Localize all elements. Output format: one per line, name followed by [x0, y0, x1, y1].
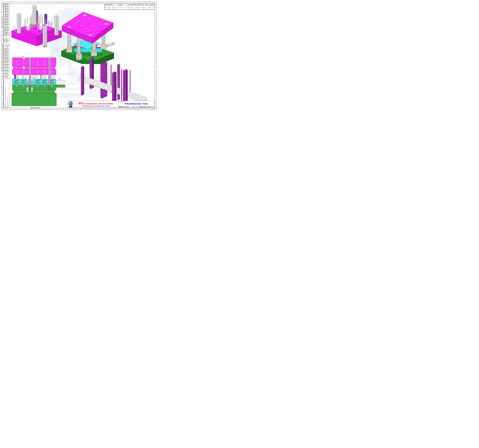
border-number-cell: 36: [136, 2, 140, 4]
border-letter-cell: Q: [155, 40, 157, 44]
border-letter-cell: M: [155, 56, 157, 60]
tol-upto-cell: 6: [5, 68, 7, 71]
roughness-value: 0.025: [8, 33, 8, 35]
roughness-value: 0.4: [8, 23, 8, 24]
border-number-cell: 32: [120, 108, 124, 110]
n-grade-label: N6: [6, 20, 7, 21]
border-number-cell: 24: [90, 108, 94, 110]
border-number-cell: 38: [143, 108, 147, 110]
border-number-cell: 6: [22, 2, 26, 4]
border-letter-cell: L: [155, 60, 157, 64]
tol-label-text: OVER: [4, 73, 5, 74]
tol-value-cell: ± 0.1: [7, 68, 9, 71]
border-number-cell: 15: [56, 108, 60, 110]
tol-upto-cell-text: 6: [6, 69, 7, 69]
border-number-cell: 29: [109, 108, 113, 110]
apj-globe-logo-icon: APJ: [68, 101, 73, 107]
border-number-cell: 11: [41, 2, 45, 4]
border-letter: O: [155, 49, 156, 50]
die-backing-section: [13, 90, 55, 93]
n-grade-label: N5: [6, 23, 7, 24]
roughness-header-cell: ROUGHNESS VALUE R a µm: [6, 35, 9, 46]
quad-triangle-symbol: [3, 27, 5, 35]
revision-empty-cell: [143, 6, 149, 8]
border-number-cell: 6: [22, 108, 26, 110]
roughness-value-cell: 0.8: [7, 20, 9, 22]
tol-over-cell-text: 120: [4, 59, 5, 60]
revision-empty-cell: [113, 6, 128, 8]
roughness-value-cell: 3.2: [7, 14, 9, 17]
tol-over-cell-text: 6: [4, 66, 5, 66]
border-letter-cell: O: [155, 48, 157, 52]
left-vertical-title: SURFACE FINISH SYMBOLS: [2, 16, 3, 28]
border-letter: G: [155, 81, 156, 82]
revision-header-cell: APPD BY: [138, 4, 143, 6]
general-note-text: DO NOT SCALE THIS DRAWING IF IN DOUBT AS…: [5, 86, 6, 107]
border-number-cell: 19: [71, 108, 75, 110]
border-number-cell: 17: [64, 2, 67, 4]
border-letter-cell: N: [155, 52, 157, 56]
border-number-cell: 40: [151, 108, 154, 110]
n-grade-cell: N8: [5, 14, 7, 17]
border-letter-cell: U: [155, 24, 157, 28]
border-letter: K: [155, 66, 156, 66]
symbol-cell: [3, 12, 5, 20]
tol-label-cell: UP TO & INCL.: [5, 71, 7, 76]
border-number-cell: 5: [18, 108, 22, 110]
tol-label-cell: TOLERANCE: [7, 71, 9, 79]
revision-header-cell: AREA: [143, 4, 149, 6]
border-number-cell: 15: [56, 2, 60, 4]
border-number-cell: 3: [11, 2, 14, 4]
tol-over-cell: [3, 68, 5, 71]
revision-empty-cell: [105, 6, 109, 8]
border-number-cell: 10: [37, 2, 41, 4]
roughness-value-cell: 25: [7, 7, 9, 9]
border-letter: H: [2, 77, 3, 78]
tolerance-table: >4000± 3.020004000± 2.010002000± 1.23151…: [3, 46, 9, 79]
revision-empty-cell: [105, 8, 109, 10]
revision-value-cell: A: [152, 106, 154, 108]
border-letter-cell: Y: [155, 8, 157, 12]
border-number-cell: 4: [15, 2, 18, 4]
border-letter-cell: Z: [155, 4, 157, 8]
border-number-cell: 26: [98, 2, 101, 4]
tol-upto-cell-text: 30: [6, 66, 7, 66]
tol-value-cell-text: ± 0.1: [8, 68, 8, 70]
border-number-cell: 16: [60, 2, 64, 4]
section-e-e-view: [12, 56, 67, 106]
border-number-cell: 34: [128, 2, 132, 4]
roughness-value: 0.1: [8, 28, 8, 29]
any-process-symbol: [3, 4, 5, 7]
n-grade-cell: N7: [5, 17, 7, 20]
roughness-value: 50: [8, 5, 8, 6]
border-strip-top: 1234567891011121314151617181920212223242…: [1, 2, 157, 4]
roughness-value: 0.05: [8, 30, 8, 32]
border-number-cell: 31: [117, 108, 120, 110]
roughness-value: 25: [8, 7, 8, 8]
border-number-cell: 30: [113, 108, 117, 110]
border-letter-cell: A: [1, 104, 3, 108]
roughness-value-cell: 0.4: [7, 22, 9, 25]
border-letter-cell: I: [155, 72, 157, 76]
tol-over-cell-text: 30: [4, 62, 5, 63]
border-letter-cell: J: [155, 68, 157, 72]
sheet-no-cell: SHEET NO : 01 OF 01: [119, 106, 132, 108]
border-number-cell: 22: [83, 108, 86, 110]
upper-die-set-isometric-view: [11, 5, 64, 51]
tol-dimn-cell: DIMN.: [3, 76, 7, 79]
border-letter-cell: X: [155, 12, 157, 16]
border-letter-cell: R: [1, 36, 3, 40]
border-letter-cell: Z: [1, 4, 3, 8]
revision-empty-cell: [143, 8, 149, 10]
border-letter: U: [155, 26, 156, 26]
border-letter: Z: [155, 6, 156, 6]
tol-over-cell: 30: [3, 61, 5, 65]
border-letter-cell: E: [155, 88, 157, 92]
corner-cell: [1, 108, 3, 110]
border-number-cell: 24: [90, 2, 94, 4]
border-letter: A: [155, 105, 156, 106]
border-number-cell: 33: [124, 2, 128, 4]
tol-upto-cell-text: 2000: [6, 53, 7, 54]
stock-guide-section: [56, 78, 65, 87]
border-number-cell: 23: [86, 108, 90, 110]
